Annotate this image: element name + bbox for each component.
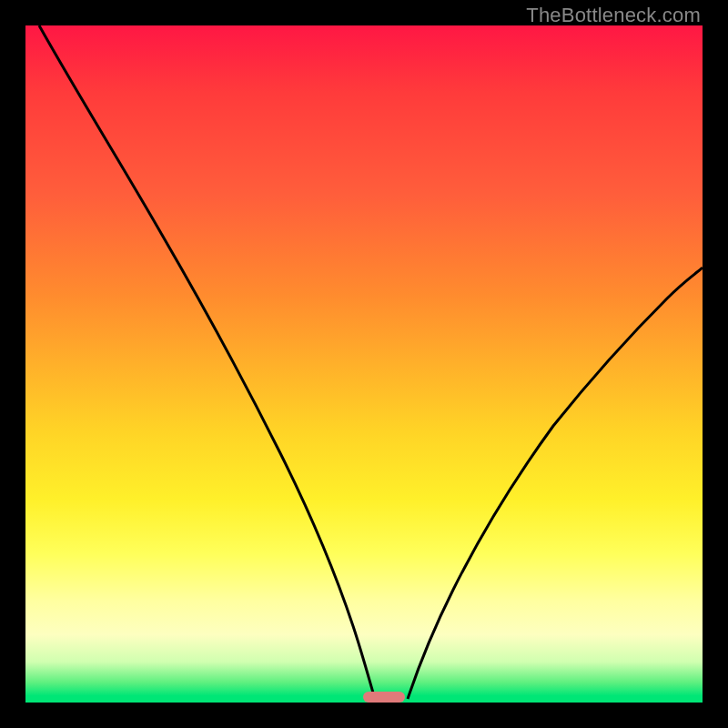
curve-right <box>408 268 703 699</box>
curve-left <box>39 25 375 699</box>
chart-container: TheBottleneck.com <box>0 0 728 728</box>
watermark-text: TheBottleneck.com <box>526 4 701 27</box>
bottleneck-marker <box>363 692 405 703</box>
chart-curves <box>25 25 703 703</box>
